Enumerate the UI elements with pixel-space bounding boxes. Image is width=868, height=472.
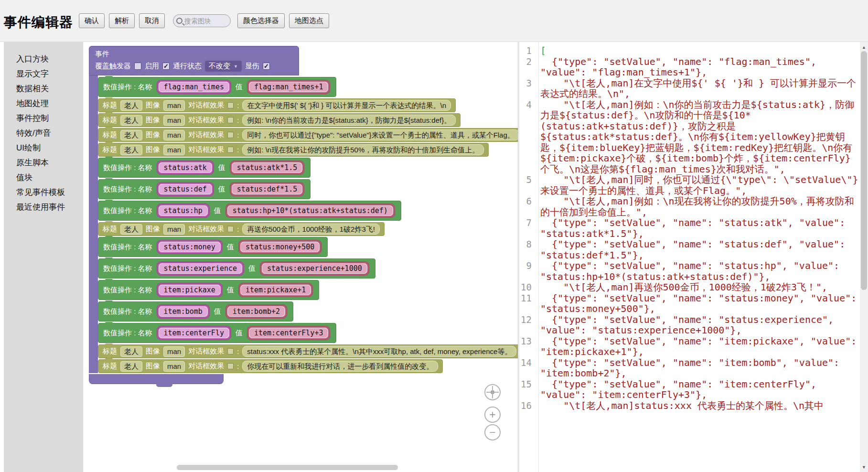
value-expr-slot[interactable]: status:atk*1.5 <box>230 161 304 175</box>
value-name-field[interactable]: status:atk <box>159 162 212 173</box>
enable-checkbox[interactable]: ✓ <box>162 63 170 70</box>
search-input[interactable] <box>184 17 225 25</box>
value-name-slot[interactable]: status:def <box>157 182 214 196</box>
image-chip[interactable]: man <box>163 100 185 111</box>
code-line[interactable]: 5 "\t[老人,man]同时，你也可以通过{\"type\": \"setVa… <box>519 174 860 196</box>
map-point-button[interactable]: 地图选点 <box>289 13 329 28</box>
image-chip[interactable]: man <box>163 115 185 126</box>
sidebar-item-入口方块[interactable]: 入口方块 <box>4 52 83 66</box>
value-expr-field[interactable]: flag:man_times+1 <box>249 82 329 92</box>
value-expr-field[interactable]: status:atk*1.5 <box>232 162 302 173</box>
confirm-button[interactable]: 确认 <box>79 13 105 28</box>
code-line[interactable]: 3 "\t[老人,man]在文字中使用${' ${ '}和 } 可以计算并显示一… <box>519 78 860 99</box>
sidebar-item-最近使用事件[interactable]: 最近使用事件 <box>4 200 83 215</box>
sidebar-item-UI绘制[interactable]: UI绘制 <box>4 140 83 155</box>
block-workspace[interactable]: 事件 覆盖触发器 启用 ✓ 通行状态 不改变 ▼ 显伤 ✓ 数值操作 : 名称f… <box>83 42 518 472</box>
image-chip[interactable]: man <box>163 346 185 357</box>
set-value-block[interactable]: 数值操作 : 名称status:experience值status:experi… <box>98 258 375 279</box>
value-expr-field[interactable]: item:pickaxe+1 <box>240 285 311 295</box>
text-field[interactable]: 例如: \n现在我将让你的攻防提升50%，再将攻防和的十倍加到生命值上。 <box>242 144 484 155</box>
dialog-effect-checkbox[interactable] <box>227 102 234 108</box>
value-name-field[interactable]: item:centerFly <box>159 328 229 338</box>
code-line[interactable]: 13 {"type": "setValue", "name": "item:pi… <box>519 336 860 357</box>
value-name-slot[interactable]: item:pickaxe <box>157 283 223 297</box>
scrollbar-thumb[interactable] <box>861 51 867 290</box>
value-name-slot[interactable]: status:atk <box>157 161 214 175</box>
sidebar-item-常见事件模板[interactable]: 常见事件模板 <box>4 185 83 200</box>
set-value-block[interactable]: 数值操作 : 名称item:pickaxe值item:pickaxe+1 <box>98 280 319 300</box>
value-name-field[interactable]: item:pickaxe <box>159 285 221 295</box>
show-text-block[interactable]: 标题老人图像man对话框效果:status:xxx 代表勇士的某个属性。\n其中… <box>98 344 518 358</box>
show-text-block[interactable]: 标题老人图像man对话框效果:例如: \n现在我将让你的攻防提升50%，再将攻防… <box>98 143 489 157</box>
dialog-effect-checkbox[interactable] <box>227 226 234 232</box>
value-expr-slot[interactable]: flag:man_times+1 <box>247 80 331 94</box>
value-expr-field[interactable]: status:hp+10*(status:atk+status:def) <box>227 205 393 216</box>
text-field[interactable]: 例如: \n你的当前攻击力是${status:atk}，防御力是${status… <box>242 115 456 126</box>
value-name-field[interactable]: flag:man_times <box>159 82 229 92</box>
image-chip[interactable]: man <box>163 361 185 372</box>
text-field[interactable]: status:xxx 代表勇士的某个属性。\n其中xxx可取hp, atk, d… <box>242 346 516 357</box>
value-expr-slot[interactable]: item:bomb+2 <box>225 304 287 319</box>
horizontal-scrollbar[interactable] <box>177 465 398 470</box>
show-text-block[interactable]: 标题老人图像man对话框效果:在文字中使用${' ${ '}和 } 可以计算并显… <box>98 98 456 112</box>
image-chip[interactable]: man <box>163 224 185 235</box>
text-field[interactable]: 同时，你也可以通过{"type": "setValue"}来设置一个勇士的属性、… <box>242 129 518 140</box>
overlay-trigger-checkbox[interactable] <box>134 63 141 70</box>
dialog-effect-checkbox[interactable] <box>227 147 234 153</box>
show-text-block[interactable]: 标题老人图像man对话框效果:同时，你也可以通过{"type": "setVal… <box>98 128 518 142</box>
speaker-chip[interactable]: 老人 <box>120 224 142 235</box>
speaker-chip[interactable]: 老人 <box>120 145 142 155</box>
text-field[interactable]: 你现在可以重新和我进行对话，进一步看到属性值的改变。 <box>242 361 438 372</box>
value-expr-field[interactable]: status:experience+1000 <box>262 263 367 274</box>
code-line[interactable]: 14 {"type": "setValue", "name": "item:bo… <box>519 357 860 379</box>
cancel-button[interactable]: 取消 <box>139 13 165 28</box>
value-expr-field[interactable]: item:bomb+2 <box>227 306 285 317</box>
value-name-slot[interactable]: status:hp <box>157 204 210 218</box>
sidebar-item-值块[interactable]: 值块 <box>4 170 83 185</box>
value-name-field[interactable]: item:bomb <box>159 306 208 317</box>
code-line[interactable]: 15 {"type": "setValue", "name": "item:ce… <box>519 379 860 400</box>
color-picker-button[interactable]: 颜色选择器 <box>237 13 285 28</box>
image-chip[interactable]: man <box>163 145 185 155</box>
speaker-chip[interactable]: 老人 <box>120 361 142 372</box>
search-box[interactable] <box>173 14 231 27</box>
set-value-block[interactable]: 数值操作 : 名称status:hp值status:hp+10*(status:… <box>98 201 401 221</box>
sidebar-item-数据相关[interactable]: 数据相关 <box>4 81 83 96</box>
speaker-chip[interactable]: 老人 <box>120 130 142 140</box>
value-expr-slot[interactable]: item:centerFly+3 <box>247 326 331 340</box>
value-name-slot[interactable]: status:money <box>157 240 223 254</box>
code-editor[interactable]: 1[2 {"type": "setValue", "name": "flag:m… <box>519 42 860 472</box>
text-field[interactable]: 再送你500金币，1000经验，1破2炸3飞! <box>242 224 380 235</box>
dialog-effect-checkbox[interactable] <box>227 117 234 123</box>
speaker-chip[interactable]: 老人 <box>120 346 142 357</box>
value-name-field[interactable]: status:experience <box>159 263 243 274</box>
set-value-block[interactable]: 数值操作 : 名称flag:man_times值flag:man_times+1 <box>98 77 336 97</box>
code-line[interactable]: 8 {"type": "setValue", "name": "status:d… <box>519 239 860 260</box>
sidebar-item-显示文字[interactable]: 显示文字 <box>4 66 83 81</box>
show-text-block[interactable]: 标题老人图像man对话框效果:你现在可以重新和我进行对话，进一步看到属性值的改变… <box>98 359 443 373</box>
scroll-up-arrow-icon[interactable]: ▲ <box>860 43 868 51</box>
speaker-chip[interactable]: 老人 <box>120 100 142 111</box>
code-line[interactable]: 2 {"type": "setValue", "name": "flag:man… <box>519 56 860 78</box>
set-value-block[interactable]: 数值操作 : 名称item:bomb值item:bomb+2 <box>98 301 293 322</box>
zoom-reset-button[interactable] <box>484 384 501 400</box>
value-expr-slot[interactable]: status:hp+10*(status:atk+status:def) <box>225 204 395 218</box>
set-value-block[interactable]: 数值操作 : 名称item:centerFly值item:centerFly+3 <box>98 323 336 343</box>
dialog-effect-checkbox[interactable] <box>227 363 234 369</box>
show-text-block[interactable]: 标题老人图像man对话框效果:再送你500金币，1000经验，1破2炸3飞! <box>98 222 385 236</box>
code-line[interactable]: 16 "\t[老人,man]status:xxx 代表勇士的某个属性。\n其中 <box>519 400 860 411</box>
value-expr-slot[interactable]: status:def*1.5 <box>230 182 304 196</box>
zoom-out-button[interactable]: − <box>484 424 501 440</box>
value-name-slot[interactable]: item:bomb <box>157 304 210 319</box>
value-expr-field[interactable]: item:centerFly+3 <box>249 328 329 338</box>
value-name-field[interactable]: status:money <box>159 242 221 252</box>
image-chip[interactable]: man <box>163 130 185 140</box>
value-expr-slot[interactable]: status:money+500 <box>238 240 322 254</box>
code-line[interactable]: 10 "\t[老人,man]再送你500金币，1000经验，1破2炸3飞！", <box>519 282 860 293</box>
value-expr-slot[interactable]: status:experience+1000 <box>260 261 369 276</box>
show-damage-checkbox[interactable]: ✓ <box>263 63 270 70</box>
value-expr-field[interactable]: status:def*1.5 <box>232 184 302 194</box>
value-expr-slot[interactable]: item:pickaxe+1 <box>238 283 313 297</box>
sidebar-item-特效/声音[interactable]: 特效/声音 <box>4 126 83 140</box>
code-line[interactable]: 9 {"type": "setValue", "name": "status:h… <box>519 260 860 282</box>
